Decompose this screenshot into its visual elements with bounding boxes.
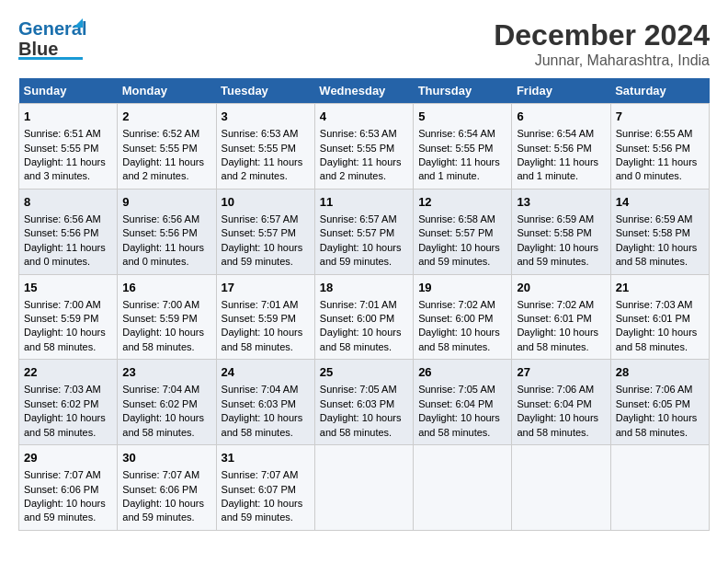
page-header: General Blue December 2024 Junnar, Mahar… [18, 18, 710, 69]
daylight-text: Daylight: 10 hours and 59 minutes. [24, 498, 106, 523]
day-number: 23 [122, 364, 210, 381]
sunrise-text: Sunrise: 7:05 AM [418, 384, 495, 395]
day-number: 13 [517, 194, 605, 211]
day-number: 31 [222, 450, 310, 466]
day-number: 10 [222, 194, 310, 211]
daylight-text: Daylight: 10 hours and 58 minutes. [122, 327, 204, 351]
sunrise-text: Sunrise: 6:53 AM [222, 128, 299, 139]
calendar-cell: 14Sunrise: 6:59 AMSunset: 5:58 PMDayligh… [610, 189, 709, 274]
daylight-text: Daylight: 10 hours and 58 minutes. [418, 327, 500, 351]
day-number: 6 [517, 109, 605, 125]
sunset-text: Sunset: 5:56 PM [517, 143, 591, 154]
calendar-week-row: 15Sunrise: 7:00 AMSunset: 5:59 PMDayligh… [19, 274, 710, 360]
day-number: 9 [122, 194, 210, 211]
daylight-text: Daylight: 11 hours and 2 minutes. [222, 156, 303, 181]
calendar-week-row: 29Sunrise: 7:07 AMSunset: 6:06 PMDayligh… [19, 445, 710, 531]
calendar-cell: 19Sunrise: 7:02 AMSunset: 6:00 PMDayligh… [414, 274, 512, 360]
calendar-cell [414, 445, 512, 531]
daylight-text: Daylight: 10 hours and 59 minutes. [222, 498, 303, 523]
sunrise-text: Sunrise: 6:52 AM [122, 128, 199, 139]
daylight-text: Daylight: 11 hours and 1 minute. [418, 156, 500, 181]
sunset-text: Sunset: 6:03 PM [222, 398, 296, 409]
calendar-week-row: 1Sunrise: 6:51 AMSunset: 5:55 PMDaylight… [19, 104, 710, 190]
daylight-text: Daylight: 10 hours and 58 minutes. [517, 412, 598, 437]
sunrise-text: Sunrise: 6:59 AM [616, 213, 693, 224]
daylight-text: Daylight: 10 hours and 58 minutes. [222, 327, 303, 351]
day-number: 26 [418, 364, 506, 381]
calendar-cell: 2Sunrise: 6:52 AMSunset: 5:55 PMDaylight… [118, 104, 216, 190]
day-number: 8 [24, 194, 112, 211]
column-header-thursday: Thursday [414, 78, 512, 104]
sunrise-text: Sunrise: 7:03 AM [24, 384, 101, 395]
calendar-cell: 1Sunrise: 6:51 AMSunset: 5:55 PMDaylight… [19, 104, 118, 190]
sunrise-text: Sunrise: 6:56 AM [24, 213, 101, 224]
daylight-text: Daylight: 11 hours and 1 minute. [517, 156, 598, 181]
sunset-text: Sunset: 6:02 PM [122, 398, 197, 409]
sunset-text: Sunset: 6:03 PM [320, 398, 394, 409]
calendar-cell: 10Sunrise: 6:57 AMSunset: 5:57 PMDayligh… [216, 189, 314, 274]
daylight-text: Daylight: 10 hours and 58 minutes. [24, 412, 106, 437]
sunset-text: Sunset: 5:55 PM [320, 143, 394, 154]
sunset-text: Sunset: 6:02 PM [24, 398, 98, 409]
sunset-text: Sunset: 5:58 PM [616, 227, 690, 238]
day-number: 28 [616, 364, 704, 381]
sunrise-text: Sunrise: 7:01 AM [320, 299, 397, 310]
column-header-friday: Friday [512, 78, 610, 104]
day-number: 2 [122, 109, 210, 125]
sunset-text: Sunset: 6:06 PM [24, 484, 98, 495]
sunset-text: Sunset: 5:58 PM [517, 227, 591, 238]
sunrise-text: Sunrise: 7:00 AM [122, 299, 199, 310]
daylight-text: Daylight: 10 hours and 58 minutes. [320, 412, 402, 437]
daylight-text: Daylight: 11 hours and 0 minutes. [24, 242, 106, 267]
day-number: 20 [517, 280, 605, 296]
calendar-cell [512, 445, 610, 531]
daylight-text: Daylight: 11 hours and 3 minutes. [24, 156, 106, 181]
day-number: 16 [122, 280, 210, 296]
sunset-text: Sunset: 6:04 PM [517, 398, 591, 409]
sunrise-text: Sunrise: 6:56 AM [122, 213, 199, 224]
sunset-text: Sunset: 5:55 PM [122, 143, 197, 154]
day-number: 27 [517, 364, 605, 381]
sunrise-text: Sunrise: 7:04 AM [222, 384, 299, 395]
calendar-cell: 22Sunrise: 7:03 AMSunset: 6:02 PMDayligh… [19, 360, 118, 445]
sunrise-text: Sunrise: 7:07 AM [24, 469, 101, 480]
day-number: 3 [222, 109, 310, 125]
sunset-text: Sunset: 6:05 PM [616, 398, 690, 409]
calendar-cell: 7Sunrise: 6:55 AMSunset: 5:56 PMDaylight… [610, 104, 709, 190]
sunset-text: Sunset: 5:55 PM [24, 143, 98, 154]
sunrise-text: Sunrise: 6:54 AM [418, 128, 495, 139]
sunrise-text: Sunrise: 7:05 AM [320, 384, 397, 395]
column-header-tuesday: Tuesday [216, 78, 314, 104]
sunset-text: Sunset: 5:57 PM [222, 227, 296, 238]
sunrise-text: Sunrise: 7:07 AM [122, 469, 199, 480]
daylight-text: Daylight: 10 hours and 58 minutes. [418, 412, 500, 437]
daylight-text: Daylight: 11 hours and 2 minutes. [320, 156, 402, 181]
day-number: 21 [616, 280, 704, 296]
calendar-cell: 29Sunrise: 7:07 AMSunset: 6:06 PMDayligh… [19, 445, 118, 531]
sunrise-text: Sunrise: 6:53 AM [320, 128, 397, 139]
sunrise-text: Sunrise: 6:57 AM [320, 213, 397, 224]
daylight-text: Daylight: 10 hours and 58 minutes. [616, 412, 698, 437]
calendar-cell [610, 445, 709, 531]
sunset-text: Sunset: 6:00 PM [418, 313, 493, 324]
sunset-text: Sunset: 5:56 PM [122, 227, 197, 238]
calendar-cell: 11Sunrise: 6:57 AMSunset: 5:57 PMDayligh… [314, 189, 413, 274]
calendar-cell: 26Sunrise: 7:05 AMSunset: 6:04 PMDayligh… [414, 360, 512, 445]
day-number: 24 [222, 364, 310, 381]
calendar-cell: 30Sunrise: 7:07 AMSunset: 6:06 PMDayligh… [118, 445, 216, 531]
calendar-cell: 9Sunrise: 6:56 AMSunset: 5:56 PMDaylight… [118, 189, 216, 274]
day-number: 30 [122, 450, 210, 466]
calendar-cell [314, 445, 413, 531]
day-number: 22 [24, 364, 112, 381]
calendar-cell: 31Sunrise: 7:07 AMSunset: 6:07 PMDayligh… [216, 445, 314, 531]
column-header-sunday: Sunday [19, 78, 118, 104]
day-number: 1 [24, 109, 112, 125]
sunrise-text: Sunrise: 7:06 AM [517, 384, 594, 395]
sunrise-text: Sunrise: 6:51 AM [24, 128, 101, 139]
calendar-cell: 4Sunrise: 6:53 AMSunset: 5:55 PMDaylight… [314, 104, 413, 190]
daylight-text: Daylight: 10 hours and 58 minutes. [320, 327, 402, 351]
daylight-text: Daylight: 10 hours and 58 minutes. [222, 412, 303, 437]
day-number: 11 [320, 194, 408, 211]
calendar-table: SundayMondayTuesdayWednesdayThursdayFrid… [18, 78, 710, 531]
calendar-cell: 27Sunrise: 7:06 AMSunset: 6:04 PMDayligh… [512, 360, 610, 445]
